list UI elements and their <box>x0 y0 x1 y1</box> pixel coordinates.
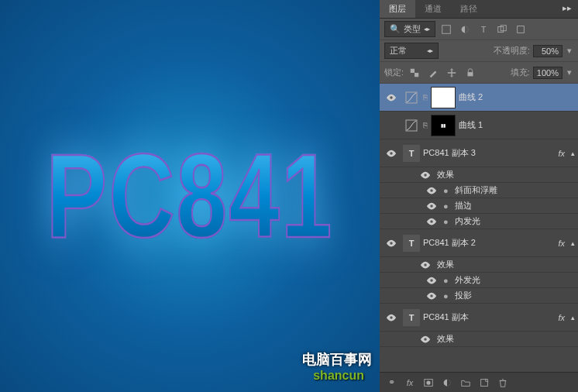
layer-row[interactable]: ⎘▮▮曲线 1 <box>380 112 578 139</box>
visibility-toggle[interactable] <box>423 277 440 284</box>
visibility-toggle[interactable] <box>423 202 440 210</box>
dropdown-arrows-icon: ◂▸ <box>427 48 433 54</box>
lock-row: 锁定: 填充: 100% ▾ <box>380 62 578 84</box>
effects-label: 效果 <box>437 259 575 270</box>
layer-mask-icon[interactable] <box>420 375 437 390</box>
type-layer-icon: T <box>403 145 420 162</box>
blend-mode-dropdown[interactable]: 正常 ◂▸ <box>384 43 439 59</box>
filter-kind-label: 类型 <box>404 23 421 35</box>
layer-name[interactable]: PC841 副本 <box>423 311 555 323</box>
effects-header[interactable]: 效果 <box>380 257 578 273</box>
filter-smart-icon[interactable] <box>513 22 528 36</box>
svg-point-16 <box>390 242 393 245</box>
fx-badge[interactable]: fx <box>558 239 565 248</box>
type-layer-icon: T <box>403 235 420 252</box>
link-layers-icon[interactable]: ⚭ <box>383 375 400 390</box>
bullet-icon: ● <box>443 276 449 285</box>
lock-label: 锁定: <box>384 67 404 78</box>
layer-row[interactable]: TPC841 副本 2fx▴ <box>380 229 578 257</box>
svg-rect-5 <box>411 68 415 72</box>
filter-adjustment-icon[interactable] <box>457 22 473 36</box>
opacity-input[interactable]: 50% <box>533 45 563 57</box>
lock-position-icon[interactable] <box>444 66 459 80</box>
fx-collapse-icon[interactable]: ▴ <box>571 239 575 247</box>
watermark-2: shancun <box>313 369 364 383</box>
visibility-toggle[interactable] <box>417 335 434 343</box>
layers-bottom-bar: ⚭ fx <box>380 372 578 392</box>
svg-point-21 <box>424 338 427 341</box>
fill-input[interactable]: 100% <box>533 67 563 79</box>
lock-pixels-icon[interactable] <box>425 66 441 80</box>
visibility-toggle[interactable] <box>423 292 440 300</box>
fx-collapse-icon[interactable]: ▴ <box>571 150 575 157</box>
svg-point-15 <box>430 220 433 223</box>
filter-type-icon[interactable]: T <box>476 22 491 36</box>
opacity-slider-icon[interactable]: ▾ <box>566 44 573 58</box>
watermark-1: 电脑百事网 <box>302 350 372 369</box>
link-icon: ⎘ <box>423 93 428 101</box>
visibility-toggle[interactable] <box>383 314 400 322</box>
lock-transparency-icon[interactable] <box>407 66 422 80</box>
svg-point-18 <box>430 279 433 282</box>
fx-collapse-icon[interactable]: ▴ <box>571 314 575 322</box>
filter-row: 🔍 类型 ◂▸ T <box>380 19 578 40</box>
link-icon: ⎘ <box>423 121 428 129</box>
layer-row[interactable]: TPC841 副本fx▴ <box>380 304 578 332</box>
layer-row[interactable]: ⎘曲线 2 <box>380 84 578 112</box>
filter-pixel-icon[interactable] <box>439 22 454 36</box>
layer-name[interactable]: PC841 副本 2 <box>423 237 555 249</box>
tab-paths[interactable]: 路径 <box>451 0 487 18</box>
layers-panel: 图层 通道 路径 ▸▸ 🔍 类型 ◂▸ T 正常 ◂▸ 不透明度: 50% ▾ … <box>380 0 578 392</box>
bullet-icon: ● <box>443 186 449 195</box>
layer-mask-thumb[interactable]: ▮▮ <box>431 115 456 136</box>
curves-adjustment-icon <box>403 118 420 133</box>
layer-mask-thumb[interactable] <box>431 87 456 108</box>
panel-tabs: 图层 通道 路径 ▸▸ <box>380 0 578 19</box>
effects-label: 效果 <box>437 333 575 345</box>
effects-header[interactable]: 效果 <box>380 332 578 347</box>
effect-item[interactable]: ●外发光 <box>380 273 578 288</box>
visibility-toggle[interactable] <box>383 94 400 101</box>
filter-shape-icon[interactable] <box>494 22 510 36</box>
layer-name[interactable]: 曲线 1 <box>459 119 575 131</box>
filter-kind-dropdown[interactable]: 🔍 类型 ◂▸ <box>384 21 435 37</box>
effect-item[interactable]: ●斜面和浮雕 <box>380 183 578 198</box>
document-canvas[interactable]: PC841 电脑百事网 shancun <box>0 0 380 392</box>
delete-layer-icon[interactable] <box>494 375 511 390</box>
visibility-toggle[interactable] <box>423 218 440 225</box>
layer-style-icon[interactable]: fx <box>401 375 418 390</box>
svg-rect-6 <box>415 73 418 77</box>
svg-point-11 <box>390 152 393 155</box>
effect-name: 外发光 <box>455 274 575 286</box>
effect-item[interactable]: ●内发光 <box>380 214 578 229</box>
visibility-toggle[interactable] <box>423 187 440 194</box>
adjustment-layer-icon[interactable] <box>439 375 456 390</box>
fill-slider-icon[interactable]: ▾ <box>566 66 573 80</box>
new-layer-icon[interactable] <box>476 375 493 390</box>
effect-item[interactable]: ●描边 <box>380 198 578 214</box>
group-icon[interactable] <box>457 375 474 390</box>
layer-row[interactable]: TPC841 副本 3fx▴ <box>380 139 578 167</box>
visibility-toggle[interactable] <box>383 239 400 247</box>
svg-point-23 <box>426 380 430 384</box>
panel-menu-icon[interactable]: ▸▸ <box>556 0 578 18</box>
visibility-toggle[interactable] <box>383 150 400 157</box>
svg-point-12 <box>424 174 427 177</box>
tab-layers[interactable]: 图层 <box>380 0 415 18</box>
opacity-label: 不透明度: <box>494 45 530 57</box>
layer-name[interactable]: 曲线 2 <box>459 91 575 103</box>
visibility-toggle[interactable] <box>417 171 434 179</box>
bullet-icon: ● <box>443 291 449 301</box>
fx-badge[interactable]: fx <box>558 149 565 158</box>
effects-header[interactable]: 效果 <box>380 167 578 183</box>
svg-point-13 <box>430 189 433 192</box>
lock-all-icon[interactable] <box>463 66 478 80</box>
fx-badge[interactable]: fx <box>558 313 565 322</box>
svg-rect-0 <box>442 25 451 33</box>
effect-item[interactable]: ●投影 <box>380 288 578 304</box>
tab-channels[interactable]: 通道 <box>415 0 451 18</box>
layer-name[interactable]: PC841 副本 3 <box>423 147 555 159</box>
visibility-toggle[interactable] <box>417 261 434 269</box>
svg-rect-4 <box>518 26 525 33</box>
svg-point-19 <box>430 294 433 297</box>
